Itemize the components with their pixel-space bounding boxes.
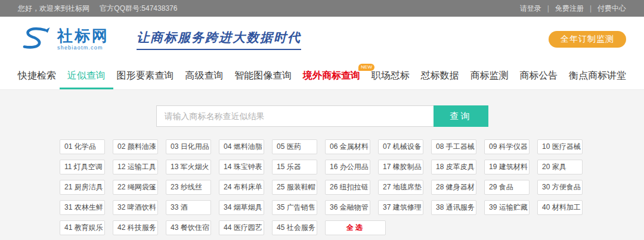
category-button[interactable]: 18 皮革皮具 xyxy=(431,160,476,174)
category-button[interactable]: 45 社会服务 xyxy=(272,220,317,235)
category-button[interactable]: 37 建筑修理 xyxy=(378,200,423,215)
nav-item-label: 快捷检索 xyxy=(18,70,56,82)
category-button[interactable]: 44 医疗园艺 xyxy=(219,220,264,235)
register-link[interactable]: 免费注册 xyxy=(555,4,584,14)
pay-center-link[interactable]: 付费中心 xyxy=(597,4,626,14)
category-button[interactable]: 21 厨房洁具 xyxy=(60,180,105,195)
slogan-text: 让商标服务跨进大数据时代 xyxy=(137,29,301,50)
nav-item-label: 商标公告 xyxy=(519,70,558,82)
category-button[interactable]: 13 军火烟火 xyxy=(166,160,211,174)
nav-item-label: 智能图像查询 xyxy=(234,70,292,82)
category-button[interactable]: 05 医药 xyxy=(272,139,317,154)
category-button[interactable]: 38 通讯服务 xyxy=(431,200,476,215)
topbar-links: 请登录|免费注册|付费中心 xyxy=(520,4,626,14)
greeting-text: 您好，欢迎来到社标网 xyxy=(18,4,89,13)
dragon-s-logo-icon xyxy=(18,25,52,54)
category-button[interactable]: 40 材料加工 xyxy=(537,200,583,215)
qq-group-text: 官方QQ群号:547438376 xyxy=(100,4,177,13)
nav-similar-search[interactable]: 近似查询 xyxy=(67,62,106,89)
category-button[interactable]: 33 酒 xyxy=(166,200,211,215)
category-button[interactable]: 20 家具 xyxy=(537,160,583,174)
category-button[interactable]: 23 纱线丝 xyxy=(166,180,211,195)
nav-item-label: 图形要素查询 xyxy=(117,70,174,82)
nav-duibiao-data[interactable]: 怼标数据 xyxy=(421,62,459,89)
nav-item-label: 商标监测 xyxy=(470,70,508,82)
category-button[interactable]: 04 燃料油脂 xyxy=(219,139,264,154)
logo-domain: shebiaotm.com xyxy=(57,45,109,51)
nav-smart-image-search[interactable]: 智能图像查询 xyxy=(234,62,292,89)
category-grid: 01 化学品02 颜料油漆03 日化用品04 燃料油脂05 医药06 金属材料0… xyxy=(60,139,584,235)
category-button[interactable]: 15 乐器 xyxy=(272,160,317,174)
category-button[interactable]: 41 教育娱乐 xyxy=(60,220,105,235)
nav-trademark-gazette[interactable]: 商标公告 xyxy=(519,62,558,89)
category-button[interactable]: 01 化学品 xyxy=(60,139,105,154)
nav-advanced-search[interactable]: 高级查询 xyxy=(185,62,223,89)
search-bar: 查询 xyxy=(156,105,488,127)
site-logo[interactable]: 社标网 shebiaotm.com xyxy=(18,25,109,54)
nav-trademark-lecture[interactable]: 衡点商标讲堂 xyxy=(569,62,626,89)
category-button[interactable]: 10 医疗器械 xyxy=(537,139,583,154)
category-button[interactable]: 39 运输贮藏 xyxy=(484,200,530,215)
category-button[interactable]: 35 广告销售 xyxy=(272,200,317,215)
search-button[interactable]: 查询 xyxy=(434,105,488,127)
category-button[interactable]: 31 农林生鲜 xyxy=(60,200,105,215)
header: 社标网 shebiaotm.com 让商标服务跨进大数据时代 全年订制监测 xyxy=(0,17,644,62)
nav-item-label: 境外商标查询 xyxy=(303,70,360,82)
divider: | xyxy=(590,4,592,13)
category-button[interactable]: 02 颜料油漆 xyxy=(113,139,158,154)
category-button[interactable]: 32 啤酒饮料 xyxy=(113,200,158,215)
nav-quick-search[interactable]: 快捷检索 xyxy=(18,62,56,89)
category-button[interactable]: 42 科技服务 xyxy=(113,220,158,235)
category-button[interactable]: 43 餐饮住宿 xyxy=(166,220,211,235)
category-button[interactable]: 19 建筑材料 xyxy=(484,160,530,174)
category-button[interactable]: 11 灯具空调 xyxy=(60,160,105,174)
category-button[interactable]: 36 金融物管 xyxy=(325,200,370,215)
nav-item-label: 近似查询 xyxy=(67,70,106,82)
annual-monitor-button[interactable]: 全年订制监测 xyxy=(549,31,626,48)
nav-trademark-monitor[interactable]: 商标监测 xyxy=(470,62,508,89)
category-button[interactable]: 25 服装鞋帽 xyxy=(272,180,317,195)
category-button[interactable]: 26 纽扣拉链 xyxy=(325,180,370,195)
category-button[interactable]: 14 珠宝钟表 xyxy=(219,160,264,174)
topbar: 您好，欢迎来到社标网 官方QQ群号:547438376 请登录|免费注册|付费中… xyxy=(0,0,644,17)
nav-item-label: 衡点商标讲堂 xyxy=(569,70,626,82)
category-button[interactable]: 06 金属材料 xyxy=(325,139,370,154)
nav-item-label: 高级查询 xyxy=(185,70,223,82)
nav-item-label: 怼标数据 xyxy=(421,70,459,82)
category-button[interactable]: 24 布料床单 xyxy=(219,180,264,195)
category-button[interactable]: 22 绳网袋篷 xyxy=(113,180,158,195)
category-button[interactable]: 07 机械设备 xyxy=(378,139,423,154)
nav-item-label: 职场怼标 xyxy=(371,70,410,82)
category-button[interactable]: 08 手工器械 xyxy=(431,139,476,154)
main-nav: 快捷检索 近似查询 图形要素查询 高级查询 智能图像查询 境外商标查询 NEW … xyxy=(0,62,644,90)
category-button[interactable]: 30 方便食品 xyxy=(537,180,583,195)
category-button[interactable]: 16 办公用品 xyxy=(325,160,370,174)
main-content: 查询 01 化学品02 颜料油漆03 日化用品04 燃料油脂05 医药06 金属… xyxy=(0,90,644,240)
category-button[interactable]: 27 地毯席垫 xyxy=(378,180,423,195)
divider: | xyxy=(547,4,549,13)
nav-figurative-element-search[interactable]: 图形要素查询 xyxy=(117,62,174,89)
nav-workplace-duibiao[interactable]: 职场怼标 xyxy=(371,62,410,89)
topbar-welcome: 您好，欢迎来到社标网 官方QQ群号:547438376 xyxy=(18,4,185,14)
category-button[interactable]: 12 运输工具 xyxy=(113,160,158,174)
nav-overseas-trademark-search[interactable]: 境外商标查询 NEW xyxy=(303,62,360,89)
category-button[interactable]: 03 日化用品 xyxy=(166,139,211,154)
logo-name: 社标网 xyxy=(57,28,109,43)
login-link[interactable]: 请登录 xyxy=(520,4,541,14)
category-button[interactable]: 34 烟草烟具 xyxy=(219,200,264,215)
select-all-button[interactable]: 全选 xyxy=(325,220,386,235)
category-button[interactable]: 28 健身器材 xyxy=(431,180,476,195)
category-button[interactable]: 09 科学仪器 xyxy=(484,139,530,154)
category-button[interactable]: 29 食品 xyxy=(484,180,530,195)
search-input[interactable] xyxy=(156,105,434,127)
category-button[interactable]: 17 橡胶制品 xyxy=(378,160,423,174)
